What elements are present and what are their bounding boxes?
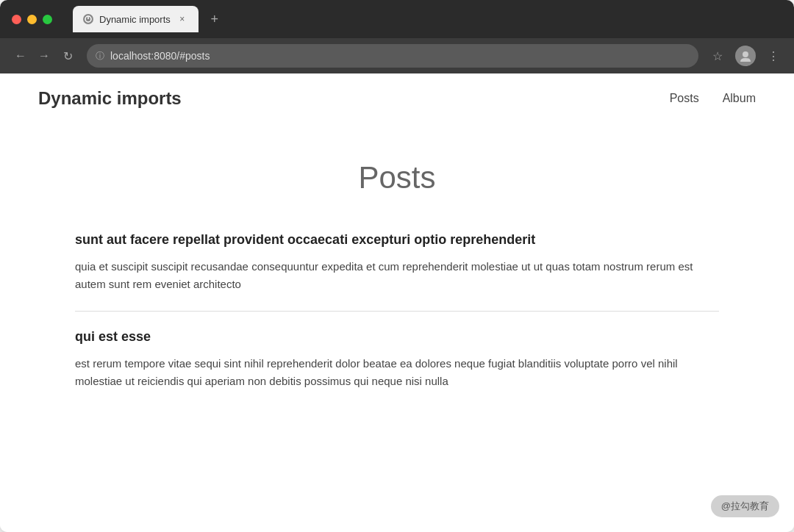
- address-actions: ☆ ⋮: [709, 46, 782, 66]
- post-body: est rerum tempore vitae sequi sint nihil…: [75, 355, 719, 390]
- post-title: qui est esse: [75, 329, 719, 345]
- title-bar: Dynamic imports × +: [0, 0, 794, 38]
- post-item: qui est esse est rerum tempore vitae seq…: [75, 329, 719, 390]
- active-tab[interactable]: Dynamic imports ×: [73, 6, 198, 32]
- svg-point-2: [743, 51, 748, 57]
- forward-button[interactable]: →: [35, 47, 53, 65]
- url-text: localhost:8080/#posts: [110, 50, 210, 62]
- post-body: quia et suscipit suscipit recusandae con…: [75, 258, 719, 293]
- back-button[interactable]: ←: [12, 47, 29, 65]
- security-icon: ⓘ: [96, 50, 104, 62]
- post-divider: [75, 311, 719, 312]
- nav-posts-link[interactable]: Posts: [670, 92, 699, 105]
- page-content: Dynamic imports Posts Album Posts sunt a…: [0, 73, 794, 532]
- address-bar: ← → ↻ ⓘ localhost:8080/#posts ☆ ⋮: [0, 38, 794, 73]
- bookmark-icon[interactable]: ☆: [709, 47, 726, 65]
- more-options-icon[interactable]: ⋮: [765, 47, 782, 65]
- window-controls: [12, 15, 52, 24]
- app-navbar: Dynamic imports Posts Album: [0, 73, 794, 123]
- post-item: sunt aut facere repellat provident occae…: [75, 232, 719, 293]
- maximize-button[interactable]: [43, 15, 52, 24]
- close-button[interactable]: [12, 15, 21, 24]
- main-content: Posts sunt aut facere repellat provident…: [37, 123, 757, 423]
- app-title: Dynamic imports: [38, 88, 182, 109]
- profile-button[interactable]: [735, 46, 756, 66]
- watermark: @拉勾教育: [711, 495, 779, 517]
- tab-favicon: [83, 14, 93, 24]
- minimize-button[interactable]: [27, 15, 37, 24]
- url-bar[interactable]: ⓘ localhost:8080/#posts: [87, 44, 698, 68]
- nav-buttons: ← → ↻: [12, 47, 76, 65]
- nav-album-link[interactable]: Album: [723, 92, 756, 105]
- reload-button[interactable]: ↻: [59, 47, 76, 65]
- app-nav-links: Posts Album: [670, 92, 756, 105]
- post-title: sunt aut facere repellat provident occae…: [75, 232, 719, 248]
- new-tab-button[interactable]: +: [204, 9, 225, 29]
- page-heading: Posts: [75, 160, 719, 195]
- tab-title: Dynamic imports: [99, 14, 171, 25]
- tab-close-button[interactable]: ×: [176, 13, 188, 25]
- tab-bar: Dynamic imports × +: [73, 6, 782, 32]
